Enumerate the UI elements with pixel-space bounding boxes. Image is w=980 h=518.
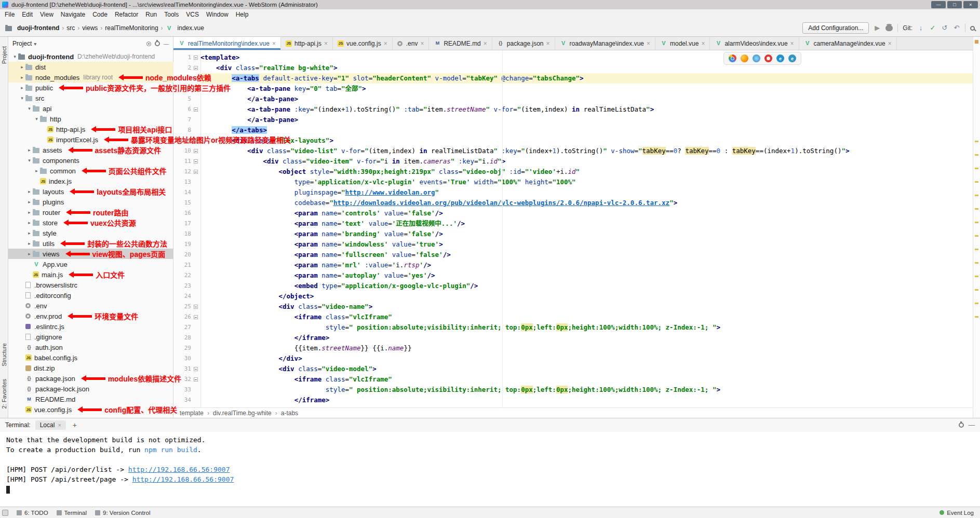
close-tab-icon[interactable]: ×	[888, 40, 892, 47]
warning-stripe-mark[interactable]	[975, 168, 978, 169]
line-number[interactable]: 17	[173, 219, 191, 229]
fold-marker-icon[interactable]	[191, 374, 200, 385]
safari-browser-icon[interactable]	[753, 54, 760, 62]
run-icon[interactable]: ▶	[874, 24, 881, 32]
close-tab-icon[interactable]: ×	[324, 40, 328, 47]
tree-row[interactable]: .browserslistrc	[8, 280, 173, 290]
fold-marker-icon[interactable]	[191, 302, 200, 312]
hide-terminal-icon[interactable]	[969, 421, 975, 429]
code-editor[interactable]: 1<template>2 <div class="realTime bg-whi…	[173, 50, 973, 407]
fold-marker-icon[interactable]	[191, 52, 200, 63]
fold-marker-icon[interactable]	[191, 104, 200, 115]
line-number[interactable]: 25	[173, 302, 191, 312]
editor-tab[interactable]: {}package.json×	[492, 37, 555, 50]
tree-row[interactable]: ▾duoji-frontendD:\zheheWeb\duoji-fronten…	[8, 51, 173, 62]
breadcrumb-item[interactable]: views	[82, 24, 98, 32]
menu-item-tools[interactable]: Tools	[160, 9, 182, 20]
maximize-button[interactable]: □	[947, 1, 962, 8]
tree-row[interactable]: ▾http	[8, 114, 173, 124]
chrome-browser-icon[interactable]	[729, 54, 736, 62]
close-button[interactable]: ×	[963, 1, 978, 8]
collapse-arrow-icon[interactable]: ▾	[33, 116, 40, 121]
line-number[interactable]: 1	[173, 52, 191, 63]
expand-arrow-icon[interactable]: ▸	[26, 210, 33, 215]
edge-browser-icon[interactable]	[788, 54, 796, 62]
tree-row[interactable]: ▾api	[8, 103, 173, 114]
fold-marker-icon[interactable]	[191, 167, 200, 177]
breadcrumb-item[interactable]: src	[66, 24, 75, 32]
collapse-arrow-icon[interactable]: ▾	[26, 106, 33, 111]
warning-stripe-mark[interactable]	[975, 154, 978, 156]
tree-row[interactable]: JSvue.config.jsconfig配置、代理相关	[8, 404, 173, 415]
tree-row[interactable]: ▸utils封装的一些公共函数方法	[8, 238, 173, 249]
code-area[interactable]: 1<template>2 <div class="realTime bg-whi…	[173, 50, 973, 407]
warning-stripe-mark[interactable]	[975, 276, 978, 277]
tree-row[interactable]: dist.zip	[8, 363, 173, 373]
line-number[interactable]: 6	[173, 104, 191, 115]
editor-tab[interactable]: VcameraManage\index.vue×	[799, 37, 897, 50]
expand-arrow-icon[interactable]: ▸	[26, 220, 33, 225]
close-tab-icon[interactable]: ×	[701, 40, 705, 47]
line-number[interactable]: 34	[173, 395, 191, 405]
warning-stripe-mark[interactable]	[975, 40, 978, 44]
add-configuration-button[interactable]: Add Configuration...	[802, 22, 869, 34]
tree-row[interactable]: .env	[8, 301, 173, 311]
expand-arrow-icon[interactable]: ▸	[26, 147, 33, 153]
menu-item-file[interactable]: File	[1, 9, 18, 20]
tree-row[interactable]: MREADME.md	[8, 394, 173, 404]
git-update-icon[interactable]: ↓	[917, 24, 924, 32]
tree-row[interactable]: ▸storevuex公共资源	[8, 217, 173, 228]
tree-row[interactable]: JSindex.js	[8, 176, 173, 186]
collapse-arrow-icon[interactable]: ▾	[19, 96, 25, 101]
breadcrumb-item[interactable]: duoji-frontend	[5, 24, 59, 32]
editor-tab[interactable]: VroadwayManage\index.vue×	[555, 37, 655, 50]
warning-stripe-mark[interactable]	[975, 195, 978, 196]
breadcrumb-item[interactable]: a-tabs	[281, 410, 298, 417]
line-number[interactable]: 8	[173, 125, 191, 135]
line-number[interactable]: 14	[173, 187, 191, 198]
tree-row[interactable]: {}package-lock.json	[8, 384, 173, 394]
warning-stripe-mark[interactable]	[975, 235, 978, 237]
opera-browser-icon[interactable]	[764, 54, 772, 62]
tree-row[interactable]: ▸publicpublic资源文件夹，一般放引用的第三方插件	[8, 83, 173, 93]
close-tab-icon[interactable]: ×	[384, 40, 387, 47]
editor-tab[interactable]: JShttp-api.js×	[281, 37, 333, 50]
editor-tab[interactable]: Vmodel.vue×	[655, 37, 710, 50]
editor-tab[interactable]: MREADME.md×	[429, 37, 492, 50]
toolwindow-button-project[interactable]: Project	[1, 46, 7, 64]
line-number[interactable]: 29	[173, 343, 191, 353]
line-number[interactable]: 16	[173, 208, 191, 219]
tree-row[interactable]: ▾src	[8, 93, 173, 103]
line-number[interactable]: 27	[173, 322, 191, 333]
terminal-tab-local[interactable]: Local	[35, 420, 66, 430]
warning-stripe-mark[interactable]	[975, 289, 978, 291]
menu-item-refactor[interactable]: Refactor	[111, 9, 142, 20]
minimize-button[interactable]: —	[931, 1, 946, 8]
tree-row[interactable]: {}auth.json	[8, 342, 173, 352]
hide-panel-icon[interactable]	[164, 40, 169, 47]
fold-marker-icon[interactable]	[191, 63, 200, 73]
menu-item-edit[interactable]: Edit	[18, 9, 36, 20]
statusbar-event-log[interactable]: Event Log	[939, 510, 974, 516]
ie-browser-icon[interactable]	[776, 54, 784, 62]
warning-stripe-mark[interactable]	[975, 262, 978, 264]
menu-item-vcs[interactable]: VCS	[182, 9, 203, 20]
settings-gear-icon[interactable]	[155, 41, 160, 46]
tree-row[interactable]: ▸common页面公共组件文件	[8, 166, 173, 176]
close-tab-icon[interactable]: ×	[272, 40, 276, 47]
line-number[interactable]: 33	[173, 385, 191, 395]
collapse-arrow-icon[interactable]: ▾	[26, 158, 33, 163]
fold-marker-icon[interactable]	[191, 312, 200, 322]
tree-row[interactable]: JSmain.js入口文件	[8, 269, 173, 280]
search-everywhere-icon[interactable]	[970, 26, 975, 31]
tree-row[interactable]: .gitignore	[8, 332, 173, 342]
toolwindow-button-favorites[interactable]: 2: Favorites	[1, 379, 7, 408]
line-number[interactable]: 7	[173, 115, 191, 125]
statusbar-todo[interactable]: 6: TODO	[17, 510, 48, 516]
warning-stripe-mark[interactable]	[975, 181, 978, 183]
tree-row[interactable]: VApp.vue	[8, 259, 173, 269]
menu-item-navigate[interactable]: Navigate	[57, 9, 89, 20]
toolwindow-button-structure[interactable]: Structure	[1, 343, 7, 366]
line-number[interactable]: 20	[173, 250, 191, 260]
menu-item-run[interactable]: Run	[142, 9, 160, 20]
